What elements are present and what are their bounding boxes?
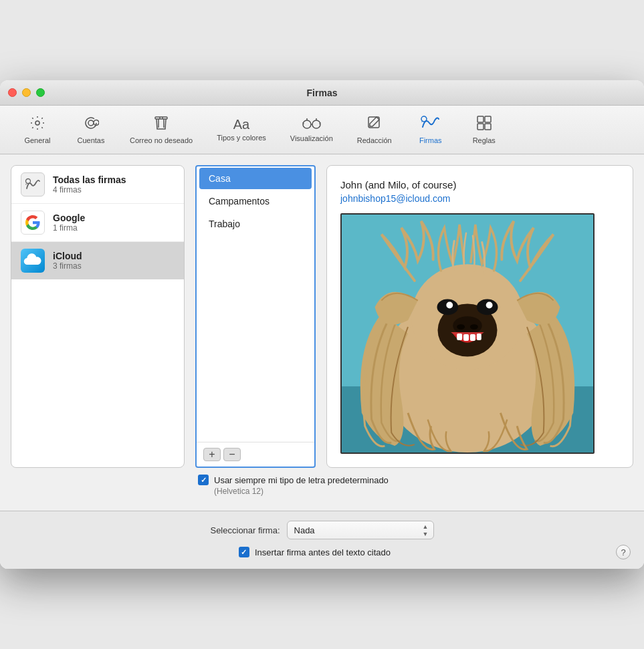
- sig-item-trabajo[interactable]: Trabajo: [199, 213, 312, 235]
- svg-line-7: [303, 122, 304, 124]
- panels-row: Todas las firmas 4 firmas: [11, 165, 633, 468]
- toolbar-item-redaccion[interactable]: Redacción: [345, 111, 404, 148]
- svg-point-1: [88, 120, 94, 126]
- preview-panel: John (and Milo, of course) johnbishop15@…: [326, 165, 633, 468]
- toolbar-item-reglas[interactable]: Reglas: [457, 111, 511, 148]
- google-account-count: 1 firma: [53, 223, 85, 233]
- toolbar-firmas-label: Firmas: [419, 136, 442, 144]
- all-account-info: Todas las firmas 4 firmas: [53, 174, 126, 194]
- toolbar-redaccion-label: Redacción: [357, 136, 392, 144]
- compose-icon: [366, 115, 383, 134]
- glasses-icon: [302, 117, 321, 132]
- google-icon: [21, 211, 45, 235]
- bottom-full-row: Insertar firma antes del texto citado ?: [13, 545, 631, 559]
- all-account-count: 4 firmas: [53, 185, 126, 194]
- maximize-button[interactable]: [36, 88, 45, 97]
- toolbar-reglas-label: Reglas: [473, 136, 496, 144]
- sig-selector-label: Seleccionar firma:: [210, 525, 280, 535]
- account-item-all[interactable]: Todas las firmas 4 firmas: [11, 166, 184, 204]
- svg-point-6: [312, 120, 320, 128]
- preview-email: johnbishop15@icloud.com: [340, 193, 450, 204]
- always-default-font-checkbox[interactable]: [198, 475, 209, 485]
- sig-selector-wrapper: Nada Casa Campamentos Trabajo Aleatoria …: [287, 521, 434, 539]
- signatures-list: Casa Campamentos Trabajo: [197, 166, 314, 442]
- svg-rect-2: [155, 117, 167, 119]
- at-icon: [83, 115, 99, 134]
- toolbar-item-viz[interactable]: Visualización: [278, 113, 345, 146]
- icloud-account-name: iCloud: [53, 251, 82, 261]
- sig-item-casa[interactable]: Casa: [199, 168, 312, 189]
- svg-rect-11: [477, 116, 484, 122]
- gear-icon: [29, 115, 45, 134]
- main-window: Firmas General Cuentas: [0, 80, 644, 569]
- toolbar-item-cuentas[interactable]: Cuentas: [64, 111, 118, 148]
- titlebar: Firmas: [0, 80, 644, 106]
- google-account-info: Google 1 firma: [53, 213, 85, 233]
- toolbar: General Cuentas Correo no deseado: [0, 106, 644, 154]
- icloud-account-count: 3 firmas: [53, 261, 82, 271]
- svg-rect-14: [485, 124, 491, 130]
- preview-image: [340, 213, 595, 454]
- toolbar-general-label: General: [24, 136, 50, 144]
- sig-selector-select[interactable]: Nada Casa Campamentos Trabajo Aleatoria: [287, 521, 434, 539]
- sig-selector-row: Seleccionar firma: Nada Casa Campamentos…: [210, 521, 433, 539]
- rules-icon: [476, 115, 492, 134]
- font-option-label: Usar siempre mi tipo de letra predetermi…: [214, 475, 389, 485]
- font-hint: (Helvetica 12): [198, 487, 263, 496]
- svg-rect-26: [470, 334, 475, 341]
- trash-icon: [153, 115, 169, 134]
- font-option-row: Usar siempre mi tipo de letra predetermi…: [198, 475, 389, 485]
- signatures-panel: Casa Campamentos Trabajo + −: [195, 165, 316, 468]
- sig-item-campamentos[interactable]: Campamentos: [199, 190, 312, 212]
- toolbar-spam-label: Correo no deseado: [130, 136, 193, 144]
- remove-signature-button[interactable]: −: [223, 448, 241, 461]
- svg-line-8: [320, 122, 320, 124]
- svg-rect-12: [485, 116, 491, 122]
- add-signature-button[interactable]: +: [203, 448, 221, 461]
- icloud-icon: [21, 249, 45, 273]
- font-option-area: Usar siempre mi tipo de letra predetermi…: [11, 468, 633, 500]
- svg-rect-13: [477, 124, 484, 130]
- svg-point-31: [486, 302, 493, 309]
- account-item-icloud[interactable]: iCloud 3 firmas: [11, 242, 184, 279]
- toolbar-item-general[interactable]: General: [11, 111, 64, 148]
- svg-point-30: [446, 302, 453, 309]
- icloud-account-info: iCloud 3 firmas: [53, 251, 82, 271]
- insert-before-checkbox[interactable]: [239, 547, 249, 557]
- toolbar-tipos-label: Tipos y colores: [217, 134, 266, 142]
- preview-name: John (and Milo, of course): [340, 179, 456, 190]
- svg-point-21: [453, 316, 482, 335]
- bottom-bar: Seleccionar firma: Nada Casa Campamentos…: [0, 511, 644, 569]
- toolbar-item-spam[interactable]: Correo no deseado: [118, 111, 205, 148]
- minimize-button[interactable]: [22, 88, 31, 97]
- panels-wrapper: Todas las firmas 4 firmas: [0, 154, 644, 511]
- svg-rect-25: [463, 334, 469, 341]
- insert-before-label: Insertar firma antes del texto citado: [255, 547, 391, 557]
- toolbar-item-firmas[interactable]: Firmas: [404, 111, 457, 148]
- google-account-name: Google: [53, 213, 85, 223]
- svg-rect-24: [457, 334, 462, 340]
- all-signatures-icon: [21, 172, 45, 197]
- signature-icon: [420, 115, 441, 134]
- account-item-google[interactable]: Google 1 firma: [11, 204, 184, 242]
- traffic-lights: [8, 88, 45, 97]
- help-button[interactable]: ?: [616, 545, 631, 559]
- svg-point-0: [35, 121, 39, 125]
- accounts-panel: Todas las firmas 4 firmas: [11, 165, 185, 468]
- svg-point-23: [470, 324, 478, 330]
- sig-controls: + −: [197, 442, 314, 467]
- all-account-name: Todas las firmas: [53, 174, 126, 185]
- toolbar-item-tipos[interactable]: Aa Tipos y colores: [205, 114, 278, 146]
- toolbar-viz-label: Visualización: [290, 134, 333, 142]
- svg-rect-27: [477, 334, 481, 340]
- main-content: Todas las firmas 4 firmas: [0, 154, 644, 569]
- font-icon: Aa: [233, 118, 249, 131]
- svg-point-10: [421, 116, 427, 122]
- svg-point-22: [457, 324, 465, 330]
- close-button[interactable]: [8, 88, 17, 97]
- svg-point-5: [303, 120, 311, 128]
- window-title: Firmas: [307, 88, 338, 98]
- toolbar-cuentas-label: Cuentas: [78, 136, 105, 144]
- svg-point-15: [26, 179, 31, 184]
